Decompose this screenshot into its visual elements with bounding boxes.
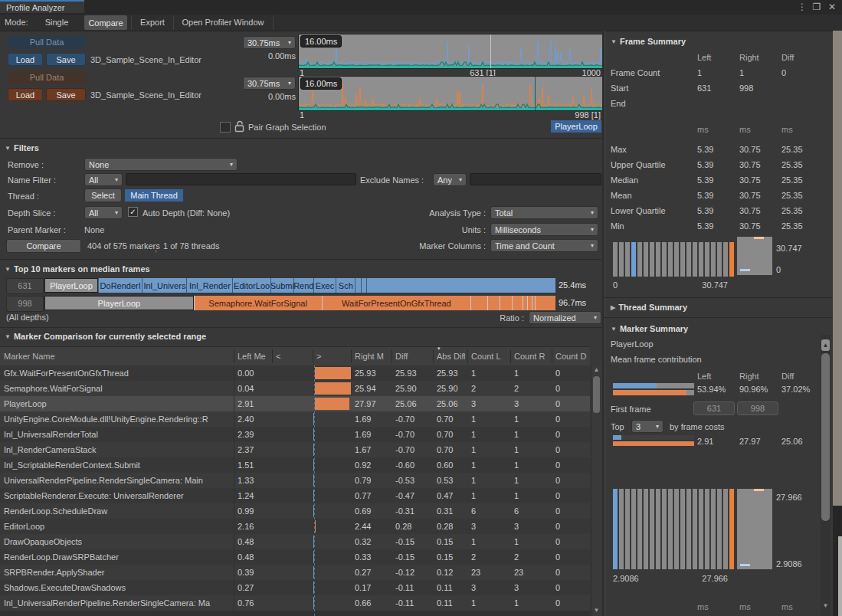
table-row[interactable]: EditorLoop2.162.440.280.28330 [0,519,590,534]
histogram-bucket[interactable] [662,489,667,569]
save-left-button[interactable]: Save [46,53,86,66]
top10-segment[interactable]: Rend [293,278,313,293]
scroll-down-icon[interactable]: ▼ [591,607,601,614]
scroll-up-button[interactable]: ▲ [821,339,830,351]
table-row[interactable]: PlayerLoop2.9127.9725.0625.06330 [0,396,590,411]
histogram-bucket[interactable] [699,489,703,569]
panel-splitter[interactable] [602,31,605,616]
scroll-down-icon[interactable]: ▼ [821,602,830,609]
load-right-button[interactable]: Load [8,88,43,101]
histogram-bucket[interactable] [619,489,624,569]
histogram-bucket[interactable] [656,489,660,569]
top10-segment-unlabeled[interactable] [512,296,523,310]
thread-value-chip[interactable]: Main Thread [125,189,183,202]
histogram-bucket[interactable] [644,242,648,277]
name-filter-dropdown[interactable]: All▾ [84,173,123,186]
table-row[interactable]: Inl_ScriptableRenderContext.Submit1.510.… [0,457,590,473]
column-header-abs-diff[interactable]: Abs Diff [437,352,465,361]
column-header--[interactable]: < [276,352,310,361]
table-row[interactable]: UnityEngine.CoreModule.dll!UnityEngine.R… [0,411,590,427]
table-row[interactable]: DrawOpaqueObjects0.480.32-0.150.15110 [0,534,590,549]
units-dropdown[interactable]: Milliseconds▾ [490,223,598,236]
table-row[interactable]: SRPBRender.ApplyShader0.390.27-0.120.122… [0,565,590,580]
histogram-bucket[interactable] [723,242,728,277]
load-left-button[interactable]: Load [8,53,43,66]
table-row[interactable]: Inl_UniversalRenderPipeline.RenderSingle… [0,595,590,611]
histogram-bucket[interactable] [637,489,642,569]
top-n-dropdown[interactable]: 3▾ [631,420,663,433]
table-row[interactable]: Gfx.WaitForPresentOnGfxThread0.0025.9325… [0,365,590,381]
name-filter-input[interactable] [126,173,356,185]
export-button[interactable]: Export [134,18,171,27]
pull-data-left-button[interactable]: Pull Data [8,36,86,49]
window-menu-icon[interactable]: ⋮ [797,2,808,12]
top10-segment[interactable]: Inl_Render [186,278,232,293]
exclude-names-input[interactable] [470,173,601,185]
mode-single-button[interactable]: Single [34,18,80,27]
column-header-left-me[interactable]: Left Me [238,352,270,361]
marker-summary-header[interactable]: ▼Marker Summary [611,324,688,333]
graph2-range-dropdown[interactable]: 30.75ms▾ [243,77,296,90]
close-icon[interactable]: ✕ [826,2,838,12]
histogram-bucket[interactable] [637,242,642,277]
column-header-count-l[interactable]: Count L [471,352,508,361]
histogram-bucket[interactable] [668,242,673,277]
frame-summary-histogram[interactable] [613,242,734,277]
histogram-bucket[interactable] [625,489,630,569]
top10-segment[interactable]: EditorLoo [232,278,270,293]
scroll-up-icon[interactable]: ▲ [591,366,601,373]
save-right-button[interactable]: Save [46,88,86,101]
top10-segment[interactable]: Semaphore.WaitForSignal [194,296,322,310]
histogram-bucket[interactable] [631,489,636,569]
column-header--[interactable]: > [316,352,349,361]
histogram-bucket[interactable] [717,242,722,277]
exclude-names-dropdown[interactable]: Any▾ [433,173,467,186]
histogram-bucket[interactable] [650,242,654,277]
column-header-right-m[interactable]: Right M [355,352,389,361]
top10-frame-number[interactable]: 631 [6,278,44,294]
frame-time-graph-left[interactable] [298,34,603,69]
first-frame-left-button[interactable]: 631 [693,401,735,415]
top10-segment-unlabeled[interactable] [470,296,487,310]
histogram-bucket[interactable] [674,489,679,569]
histogram-bucket[interactable] [613,242,618,277]
thread-select-button[interactable]: Select [84,188,122,202]
top10-marker-bar[interactable]: PlayerLoopDoRenderIInl_UniversInl_Render… [44,278,555,293]
top10-segment[interactable]: WaitForPresentOnGfxThread [322,296,471,310]
marker-summary-histogram[interactable] [613,489,734,569]
table-row[interactable]: Inl_RenderCameraStack2.371.67-0.700.7011… [0,442,590,457]
window-tab[interactable]: Profile Analyzer [0,0,84,13]
histogram-bucket[interactable] [644,489,648,569]
histogram-bucket[interactable] [705,242,709,277]
table-row[interactable]: RenderLoop.ScheduleDraw0.990.69-0.310.31… [0,503,590,519]
histogram-bucket[interactable] [674,242,679,277]
frame-summary-header[interactable]: ▼Frame Summary [611,37,686,46]
histogram-bucket[interactable] [631,242,636,277]
histogram-bucket[interactable] [717,489,722,569]
table-row[interactable]: RenderLoop.DrawSRPBatcher0.480.33-0.150.… [0,549,590,565]
histogram-bucket[interactable] [650,489,654,569]
column-header-marker-name[interactable]: Marker Name [4,352,231,361]
histogram-bucket[interactable] [699,242,703,277]
top10-segment[interactable]: PlayerLoop [44,278,98,293]
histogram-bucket[interactable] [668,489,673,569]
histogram-bucket[interactable] [680,242,685,277]
histogram-bucket[interactable] [711,489,716,569]
auto-depth-checkbox[interactable]: ✓ [128,207,138,217]
histogram-bucket[interactable] [705,489,709,569]
top10-segment[interactable]: Exec [313,278,336,293]
histogram-bucket[interactable] [693,489,697,569]
column-header-count-r[interactable]: Count R [514,352,549,361]
histogram-bucket[interactable] [729,242,734,277]
frame-time-graph-right[interactable] [298,76,603,111]
column-header-diff[interactable]: Diff [395,352,431,361]
histogram-bucket[interactable] [686,242,691,277]
marker-columns-dropdown[interactable]: Time and Count▾ [490,239,598,252]
graph-selection-chip[interactable]: PlayerLoop [551,120,601,133]
table-row[interactable]: UniversalRenderPipeline.RenderSingleCame… [0,473,590,488]
top10-segment-unlabeled[interactable] [361,278,366,293]
top10-header[interactable]: ▼Top 10 markers on median frames [5,264,150,274]
comparison-scrollbar-thumb[interactable] [593,376,600,413]
thread-summary-header[interactable]: ▶Thread Summary [611,303,687,312]
histogram-bucket[interactable] [711,242,716,277]
